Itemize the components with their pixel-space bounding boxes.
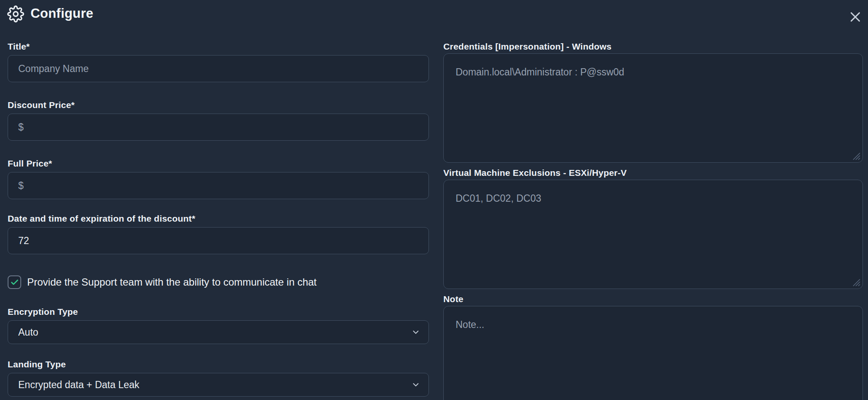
vm-exclusions-textarea[interactable] [443, 180, 863, 289]
expiration-label: Date and time of expiration of the disco… [8, 214, 429, 224]
landing-type-select[interactable]: Encrypted data + Data Leak [8, 373, 429, 397]
expiration-input[interactable] [8, 227, 429, 254]
encryption-type-label: Encryption Type [8, 307, 429, 317]
support-chat-label: Provide the Support team with the abilit… [27, 276, 317, 288]
dialog-header: Configure [0, 0, 868, 33]
gear-icon [7, 6, 24, 22]
left-column: Title* Discount Price* Full Price* Date … [8, 42, 429, 397]
support-chat-row[interactable]: Provide the Support team with the abilit… [8, 275, 429, 289]
full-price-label: Full Price* [8, 158, 429, 169]
title-label: Title* [8, 42, 429, 52]
page-title: Configure [31, 6, 93, 21]
support-chat-checkbox[interactable] [8, 275, 21, 289]
check-icon [10, 278, 19, 287]
full-price-input[interactable] [8, 172, 429, 199]
credentials-textarea[interactable] [443, 53, 863, 163]
encryption-type-select[interactable]: Auto [8, 320, 429, 344]
resize-grip-icon[interactable] [849, 149, 861, 161]
discount-price-label: Discount Price* [8, 100, 429, 110]
landing-type-label: Landing Type [8, 359, 429, 369]
close-icon[interactable] [847, 9, 863, 25]
right-column: Credentials [Impersonation] - Windows Vi… [443, 42, 863, 400]
discount-price-input[interactable] [8, 114, 429, 141]
title-input[interactable] [8, 55, 429, 82]
credentials-label: Credentials [Impersonation] - Windows [443, 42, 863, 52]
vm-exclusions-label: Virtual Machine Exclusions - ESXi/Hyper-… [443, 168, 863, 178]
resize-grip-icon[interactable] [849, 275, 861, 287]
note-label: Note [443, 294, 863, 304]
note-textarea[interactable] [443, 306, 863, 400]
